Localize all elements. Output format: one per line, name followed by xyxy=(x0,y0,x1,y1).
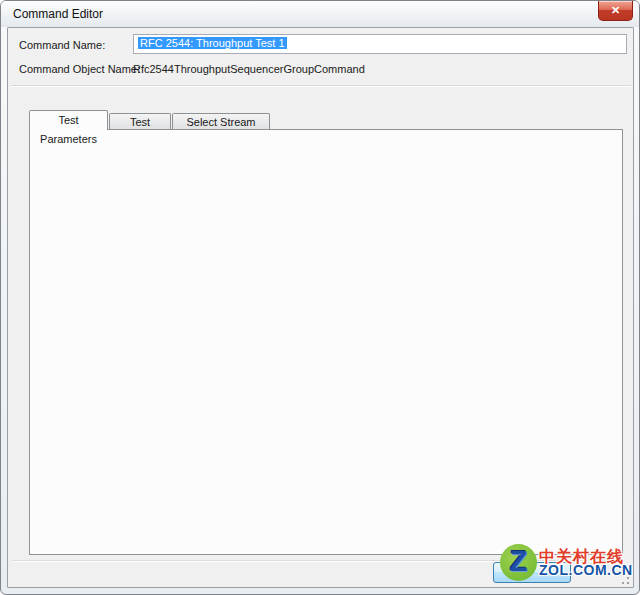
tab-select-stream-blocks[interactable]: Select Stream Blocks xyxy=(172,113,270,130)
tab-page xyxy=(29,129,623,555)
watermark-url-text: ZOL.COM.CN xyxy=(539,562,633,578)
command-name-input[interactable]: RFC 2544: Throughput Test 1 xyxy=(133,34,627,54)
tab-test-parameters[interactable]: Test Parameters xyxy=(29,110,108,130)
window-title: Command Editor xyxy=(13,7,103,21)
zol-logo-z-glyph: Z xyxy=(503,545,534,578)
command-name-selected-text: RFC 2544: Throughput Test 1 xyxy=(138,37,287,49)
title-bar[interactable]: Command Editor ✕ xyxy=(1,1,639,27)
command-object-name-label: Command Object Name: xyxy=(19,63,140,75)
zol-logo-icon: Z xyxy=(500,544,537,581)
command-name-label: Command Name: xyxy=(19,39,105,51)
tab-test-options[interactable]: Test Options xyxy=(109,113,171,130)
close-icon[interactable]: ✕ xyxy=(598,1,633,21)
command-object-name-value: Rfc2544ThroughputSequencerGroupCommand xyxy=(133,63,365,75)
command-editor-window: Command Editor ✕ Command Name: RFC 2544:… xyxy=(0,0,640,595)
header-separator xyxy=(11,85,631,87)
